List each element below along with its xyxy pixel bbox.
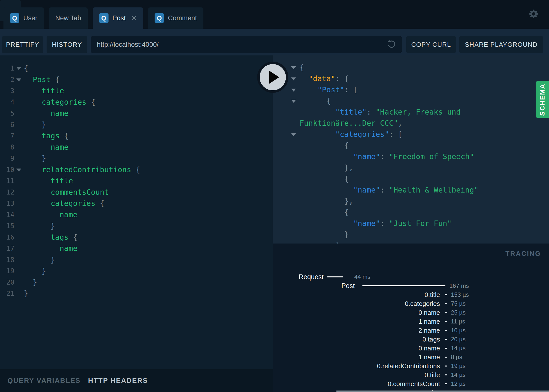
trace-label: Request [299,272,324,281]
response-line: "name": "Freedom of Speech" [273,151,549,162]
copy-curl-button[interactable]: COPY CURL [406,36,456,53]
code-token: { [326,97,331,105]
trace-duration: 8 µs [451,353,462,362]
response-line: "categories": [ [273,129,549,140]
code-text: name [24,243,78,254]
code-token [24,188,51,196]
tab-comment[interactable]: QComment [148,7,203,29]
code-token: "name" [353,186,380,194]
code-token: commentsCount [51,188,109,196]
history-button[interactable]: HISTORY [47,36,87,53]
tab-new-tab[interactable]: New Tab [49,7,88,29]
editor-line: 13 categories { [0,198,273,209]
code-text: commentsCount [24,187,109,198]
code-token [24,244,60,253]
code-token: { [344,141,349,150]
trace-label: 0.relatedContributions [377,362,440,370]
editor-line: 7 tags { [0,130,273,142]
code-text: } [24,119,46,130]
code-text: relatedContributions { [24,164,140,175]
fold-arrow-icon[interactable] [291,133,296,136]
reload-icon[interactable] [386,39,397,50]
editor-line: 10 relatedContributions { [0,164,273,175]
trace-row: 0.commentsCount12 µs [273,379,549,388]
code-text: tags { [24,232,78,243]
code-token: Post [33,75,51,84]
response-line: }, [273,196,549,207]
share-playground-button[interactable]: SHARE PLAYGROUND [459,36,543,53]
settings-gear-icon[interactable] [527,8,539,20]
tab-bar: QUserNew TabQPost×QComment + [0,0,549,29]
code-token: , [398,119,402,127]
code-token: } [24,120,46,129]
code-text: Funktionäre...Der CCC", [300,118,402,129]
trace-row: 1.name8 µs [273,353,549,362]
tab-post[interactable]: QPost× [93,7,143,29]
trace-duration: 14 µs [451,344,466,353]
code-token: : [380,219,389,228]
code-token: : [335,74,344,83]
editor-line: 8 name [0,142,273,153]
fold-arrow-icon[interactable] [16,169,21,172]
editor-line: 9 } [0,153,273,164]
fold-arrow-icon[interactable] [16,67,21,70]
fold-arrow-icon[interactable] [291,66,296,69]
code-token: tags [51,233,68,242]
prettify-button[interactable]: PRETTIFY [2,36,43,53]
http-headers-tab[interactable]: HTTP HEADERS [88,377,148,385]
code-token: { [344,174,349,183]
fold-arrow-icon[interactable] [291,100,296,103]
endpoint-input[interactable]: http://localhost:4000/ [91,36,402,53]
response-line: }, [273,162,549,173]
code-token: { [86,98,95,106]
tab-user[interactable]: QUser [3,7,44,29]
code-token: ] [300,241,340,244]
response-line: "name": "Health & Wellbeing" [273,184,549,196]
code-token: { [344,208,349,217]
fold-arrow-icon[interactable] [291,89,296,92]
editor-line: 1{ [0,63,273,74]
graphql-playground-window: QUserNew TabQPost×QComment + PRETTIFY HI… [0,0,549,392]
trace-label: 1.name [418,317,440,326]
trace-bar [445,366,447,367]
code-token: { [300,63,304,72]
code-token [24,86,42,95]
trace-row: 0.tags20 µs [273,335,549,344]
fold-arrow-icon[interactable] [16,78,21,81]
code-token: name [51,109,68,118]
code-token: name [51,143,68,151]
code-token [300,186,353,194]
code-token: : [380,186,389,194]
response-line: } [273,229,549,240]
code-token: Funktionäre...Der CCC" [300,119,398,127]
code-text: } [300,229,349,240]
fold-arrow-icon[interactable] [291,77,296,80]
trace-bar [445,339,447,340]
trace-duration: 153 µs [451,290,469,299]
schema-tab-button[interactable]: SCHEMA [536,81,549,118]
line-number: 19 [0,265,14,277]
trace-bar [445,312,447,313]
schema-tab-label: SCHEMA [539,83,546,116]
execute-play-button[interactable] [257,62,288,93]
close-tab-icon[interactable]: × [131,13,137,23]
code-text: { [300,95,331,106]
editor-line: 19 } [0,265,273,277]
horizontal-scrollbar[interactable] [336,391,549,392]
code-token: [ [353,85,358,94]
code-token: } [24,267,46,275]
editor-line: 15 } [0,220,273,232]
editor-line: 17 name [0,243,273,254]
code-text: "name": "Just For Fun" [300,218,452,229]
code-token: "Hacker, Freaks und [376,108,461,116]
code-token [300,130,335,139]
query-variables-tab[interactable]: QUERY VARIABLES [7,377,81,385]
response-line: "title": "Hacker, Freaks und [273,106,549,118]
code-token [300,74,308,83]
code-token: : [367,108,376,116]
query-editor[interactable]: 1{2 Post {3 title4 categories {5 name6 }… [0,55,273,369]
code-token [24,165,42,174]
code-text: { [300,207,349,218]
trace-label: 0.title [425,290,440,299]
query-badge: Q [155,13,164,23]
